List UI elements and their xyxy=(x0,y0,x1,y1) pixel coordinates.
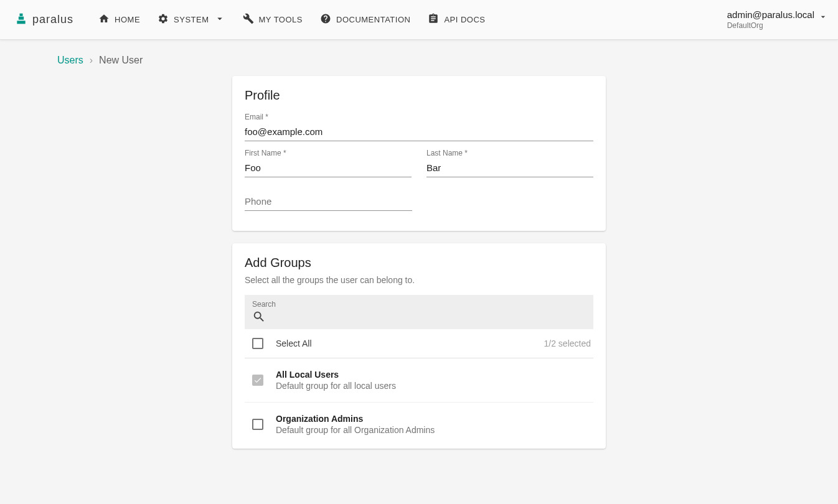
email-label: Email * xyxy=(245,113,593,121)
nav-system[interactable]: SYSTEM xyxy=(158,13,225,26)
home-icon xyxy=(98,13,110,26)
user-org: DefaultOrg xyxy=(727,21,763,30)
wrench-icon xyxy=(243,13,254,26)
nav-system-label: SYSTEM xyxy=(174,15,209,24)
nav-my-tools-label: MY TOOLS xyxy=(259,15,303,24)
breadcrumb: Users › New User xyxy=(0,40,838,76)
brand-text: paralus xyxy=(32,13,73,26)
nav-api-docs[interactable]: API DOCS xyxy=(428,13,485,26)
last-name-field[interactable] xyxy=(426,159,593,177)
group-desc: Default group for all Organization Admin… xyxy=(276,425,435,435)
breadcrumb-current: New User xyxy=(99,55,143,66)
group-desc: Default group for all local users xyxy=(276,381,396,391)
chevron-down-icon xyxy=(818,12,828,24)
group-checkbox-organization-admins[interactable] xyxy=(252,419,263,430)
select-all-checkbox[interactable] xyxy=(252,338,263,349)
paralus-logo-icon xyxy=(15,11,27,28)
nav-home[interactable]: HOME xyxy=(98,13,140,26)
search-input[interactable] xyxy=(271,310,586,325)
selected-count: 1/2 selected xyxy=(544,338,591,348)
profile-card: Profile Email * First Name * Last Name * xyxy=(232,76,606,231)
groups-subtitle: Select all the groups the user can belon… xyxy=(245,275,593,285)
groups-search: Search xyxy=(245,295,593,329)
chevron-down-icon xyxy=(214,13,225,26)
phone-field[interactable] xyxy=(245,192,412,211)
nav-documentation-label: DOCUMENTATION xyxy=(336,15,410,24)
email-field[interactable] xyxy=(245,123,593,141)
nav-api-docs-label: API DOCS xyxy=(444,15,485,24)
group-name: Organization Admins xyxy=(276,414,435,424)
group-checkbox-all-local-users[interactable] xyxy=(252,375,263,386)
nav-documentation[interactable]: DOCUMENTATION xyxy=(320,13,410,26)
help-icon xyxy=(320,13,331,26)
nav-my-tools[interactable]: MY TOOLS xyxy=(243,13,303,26)
main-nav: HOME SYSTEM MY TOOLS DOCUMENTATION API D… xyxy=(98,13,485,26)
assignment-icon xyxy=(428,13,439,26)
search-icon xyxy=(252,310,266,325)
select-all-label: Select All xyxy=(276,338,312,348)
group-name: All Local Users xyxy=(276,370,396,380)
select-all-row: Select All 1/2 selected xyxy=(245,329,593,358)
brand-logo[interactable]: paralus xyxy=(15,11,73,28)
group-row: All Local Users Default group for all lo… xyxy=(245,358,593,403)
nav-home-label: HOME xyxy=(115,15,140,24)
first-name-field[interactable] xyxy=(245,159,412,177)
last-name-label: Last Name * xyxy=(426,149,593,157)
groups-card: Add Groups Select all the groups the use… xyxy=(232,243,606,449)
groups-title: Add Groups xyxy=(245,256,593,270)
search-label: Search xyxy=(252,300,586,309)
user-menu[interactable]: admin@paralus.local DefaultOrg xyxy=(727,9,828,30)
group-row: Organization Admins Default group for al… xyxy=(245,403,593,446)
breadcrumb-users[interactable]: Users xyxy=(57,55,83,66)
profile-title: Profile xyxy=(245,88,593,103)
top-nav: paralus HOME SYSTEM MY TOOLS DOCUMENTATI… xyxy=(0,0,838,40)
breadcrumb-separator: › xyxy=(90,55,93,66)
user-email: admin@paralus.local xyxy=(727,9,814,20)
first-name-label: First Name * xyxy=(245,149,412,157)
gear-icon xyxy=(158,13,169,26)
